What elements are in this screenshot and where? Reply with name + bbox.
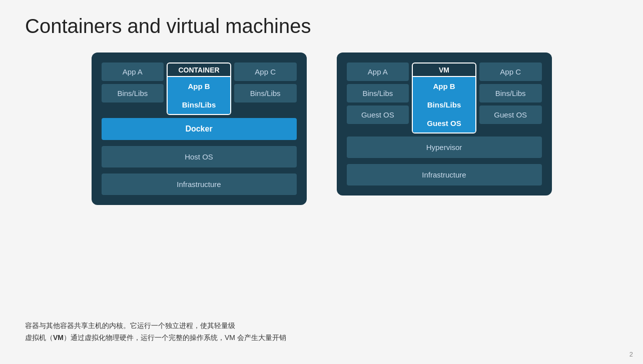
- container-infra-row: Infrastructure: [102, 174, 297, 195]
- vm-guest-os-b: Guest OS: [413, 114, 475, 132]
- vm-bins-a: Bins/Libs: [347, 84, 409, 102]
- slide-title: Containers and virtual machines: [25, 15, 618, 38]
- container-app-a: App A: [102, 62, 164, 81]
- vm-guest-os-c: Guest OS: [479, 106, 542, 124]
- vm-label: VM: [413, 64, 475, 77]
- right-apps-col: App C Bins/Libs: [234, 62, 297, 115]
- container-label: CONTAINER: [168, 64, 230, 77]
- vm-app-a: App A: [347, 62, 409, 81]
- apps-section: App A Bins/Libs CONTAINER App B Bins/Lib…: [102, 62, 297, 115]
- vm-apps-section: App A Bins/Libs Guest OS VM App B Bins/L…: [347, 62, 542, 134]
- vm-left-col: App A Bins/Libs Guest OS: [347, 62, 409, 134]
- vm-diagram: App A Bins/Libs Guest OS VM App B Bins/L…: [337, 52, 552, 196]
- container-diagram: App A Bins/Libs CONTAINER App B Bins/Lib…: [92, 52, 307, 205]
- left-apps-col: App A Bins/Libs: [102, 62, 164, 115]
- vm-bins-c: Bins/Libs: [479, 84, 542, 102]
- footer-line2: 虚拟机（VM）通过虚拟化物理硬件，运行一个完整的操作系统，VM 会产生大量开销: [25, 332, 286, 344]
- vm-app-b: App B: [413, 77, 475, 96]
- container-bins-a: Bins/Libs: [102, 84, 164, 102]
- vm-mid-col: VM App B Bins/Libs Guest OS: [412, 62, 476, 134]
- hypervisor-row: Hypervisor: [347, 136, 542, 158]
- container-bins-b: Bins/Libs: [168, 96, 230, 114]
- vm-app-c: App C: [479, 62, 542, 81]
- container-bins-c: Bins/Libs: [234, 84, 297, 102]
- vm-infra-row: Infrastructure: [347, 164, 542, 186]
- footer-line2-vm: VM: [53, 334, 64, 342]
- footer-text: 容器与其他容器共享主机的内核。它运行一个独立进程，使其轻量级 虚拟机（VM）通过…: [25, 320, 286, 344]
- slide-number: 2: [629, 350, 633, 358]
- vm-right-col: App C Bins/Libs Guest OS: [479, 62, 542, 134]
- vm-inner: App A Bins/Libs Guest OS VM App B Bins/L…: [347, 62, 542, 186]
- container-app-c: App C: [234, 62, 297, 81]
- vm-bins-b: Bins/Libs: [413, 96, 475, 114]
- container-app-b: App B: [168, 77, 230, 96]
- vm-guest-os-a: Guest OS: [347, 106, 409, 124]
- slide: Containers and virtual machines App A Bi…: [0, 0, 643, 364]
- footer-line2-suffix: ）通过虚拟化物理硬件，运行一个完整的操作系统，VM 会产生大量开销: [64, 334, 286, 342]
- footer-line1: 容器与其他容器共享主机的内核。它运行一个独立进程，使其轻量级: [25, 320, 286, 332]
- footer-line2-prefix: 虚拟机（: [25, 334, 53, 342]
- container-mid-col: CONTAINER App B Bins/Libs: [167, 62, 231, 115]
- host-os-row: Host OS: [102, 146, 297, 168]
- container-inner: App A Bins/Libs CONTAINER App B Bins/Lib…: [102, 62, 297, 195]
- docker-row: Docker: [102, 118, 297, 140]
- diagrams-row: App A Bins/Libs CONTAINER App B Bins/Lib…: [25, 52, 618, 205]
